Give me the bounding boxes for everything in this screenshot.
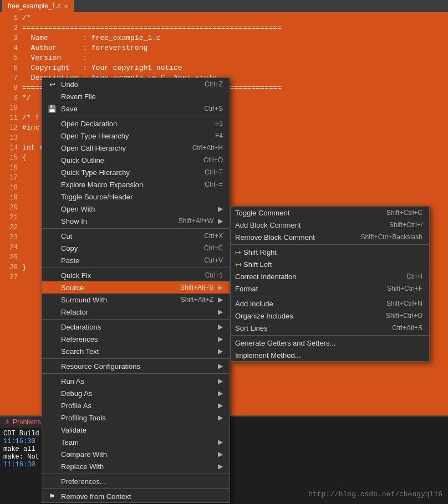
line-content: } (22, 263, 27, 272)
menu-item-team[interactable]: Team ▶ (42, 436, 230, 448)
menu-shortcut: Shift+Alt+Z (181, 296, 213, 304)
menu-item-text: Run As (61, 377, 84, 385)
line-number: 12 (2, 123, 18, 133)
submenu-arrow-icon: ▶ (218, 402, 223, 409)
menu-item-save[interactable]: 💾 Save Ctrl+S (42, 102, 230, 115)
menu-label: Source (47, 284, 84, 292)
menu-item-compare-with[interactable]: Compare With ▶ (42, 448, 230, 460)
line-number: 6 (2, 63, 18, 73)
submenu-label: Add Block Comment (235, 221, 301, 229)
menu-item-remove-context[interactable]: ⚑ Remove from Context (42, 490, 230, 502)
menu-item-debug-as[interactable]: Debug As ▶ (42, 387, 230, 399)
shift-right-icon: ↦ (235, 248, 241, 256)
menu-item-replace-with[interactable]: Replace With ▶ (42, 460, 230, 472)
submenu-item-sort-lines[interactable]: Sort Lines Ctrl+Alt+S (231, 322, 429, 334)
line-content: int m (22, 143, 44, 153)
menu-separator (42, 373, 230, 374)
line-number: 23 (2, 233, 18, 243)
submenu-shortcut: Ctrl+I (406, 272, 422, 280)
submenu-shortcut: Shift+Ctrl+F (387, 285, 422, 292)
menu-item-profiling-tools[interactable]: Profiling Tools ▶ (42, 412, 230, 424)
submenu-item-add-block-comment[interactable]: Add Block Comment Shift+Ctrl+/ (231, 219, 429, 231)
menu-item-text: Toggle Source/Header (61, 193, 133, 201)
menu-item-search-text[interactable]: Search Text ▶ (42, 345, 230, 357)
menu-item-surround-with[interactable]: Surround With Shift+Alt+Z ▶ (42, 294, 230, 306)
line-number: 20 (2, 203, 18, 213)
menu-icon: ⚑ (47, 492, 58, 501)
menu-shortcut: Ctrl+Z (205, 80, 223, 88)
file-tab[interactable]: free_example_1.c ✕ (2, 0, 74, 12)
menu-item-refactor[interactable]: Refactor ▶ (42, 306, 230, 318)
menu-item-text: Debug As (61, 389, 92, 398)
menu-item-run-as[interactable]: Run As ▶ (42, 375, 230, 387)
menu-item-paste[interactable]: Paste Ctrl+V (42, 254, 230, 266)
menu-item-revert[interactable]: Revert File (42, 90, 230, 102)
problems-tab-label: Problems (13, 418, 41, 426)
menu-item-declarations[interactable]: Declarations ▶ (42, 321, 230, 333)
menu-item-validate[interactable]: Validate (42, 424, 230, 436)
submenu-item-shift-right[interactable]: ↦ Shift Right (231, 246, 429, 258)
menu-item-open-with[interactable]: Open With ▶ (42, 203, 230, 215)
menu-item-source[interactable]: Source Shift+Alt+S ▶ (42, 281, 230, 294)
menu-item-text: Undo (61, 80, 78, 89)
line-content: Version : (22, 53, 87, 63)
submenu-item-remove-block-comment[interactable]: Remove Block Comment Shift+Ctrl+Backslas… (231, 231, 429, 243)
menu-item-text: Refactor (61, 308, 88, 316)
tab-close-icon[interactable]: ✕ (64, 3, 68, 9)
menu-label: Compare With (47, 450, 107, 459)
menu-item-preferences[interactable]: Preferences... (42, 475, 230, 487)
menu-label: ⚑ Remove from Context (47, 492, 131, 501)
submenu-item-implement-method[interactable]: Implement Method... (231, 349, 429, 361)
menu-item-text: Source (61, 284, 84, 292)
menu-item-references[interactable]: References ▶ (42, 333, 230, 345)
menu-label: Paste (47, 256, 79, 265)
editor-line: 1/* (0, 13, 448, 23)
submenu-label: ↦ Shift Right (235, 248, 277, 256)
menu-item-text: Open With (61, 205, 95, 213)
problems-tab[interactable]: ⚠ Problems (0, 416, 46, 428)
submenu-separator (231, 296, 429, 296)
menu-shortcut: Ctrl+V (204, 256, 223, 264)
menu-label: Profile As (47, 402, 91, 410)
line-content: Author : foreverstrong (22, 43, 147, 53)
submenu-item-correct-indentation[interactable]: Correct Indentation Ctrl+I (231, 270, 429, 282)
menu-item-profile-as[interactable]: Profile As ▶ (42, 399, 230, 412)
submenu-arrow-icon: ▶ (218, 296, 223, 304)
menu-item-resource-configs[interactable]: Resource Configurations ▶ (42, 360, 230, 372)
menu-item-text: Preferences... (61, 477, 106, 486)
menu-item-undo[interactable]: ↩ Undo Ctrl+Z (42, 78, 230, 90)
submenu-label: Toggle Comment (235, 209, 289, 217)
submenu-item-format[interactable]: Format Shift+Ctrl+F (231, 282, 429, 295)
submenu-item-generate-getters[interactable]: Generate Getters and Setters... (231, 337, 429, 349)
submenu-shortcut: Shift+Ctrl+Backslash (361, 233, 422, 241)
menu-item-quick-fix[interactable]: Quick Fix Ctrl+1 (42, 269, 230, 281)
menu-item-cut[interactable]: Cut Ctrl+X (42, 230, 230, 242)
submenu-shortcut: Shift+Ctrl+/ (389, 221, 422, 229)
menu-label: Run As (47, 377, 84, 385)
submenu-item-text: Add Block Comment (235, 221, 301, 229)
submenu-label: Generate Getters and Setters... (235, 339, 335, 347)
menu-item-show-in[interactable]: Show In Shift+Alt+W ▶ (42, 215, 230, 227)
submenu-item-text: Remove Block Comment (235, 233, 315, 241)
menu-item-toggle-source[interactable]: Toggle Source/Header (42, 191, 230, 203)
menu-item-quick-outline[interactable]: Quick Outline Ctrl+O (42, 154, 230, 166)
submenu-item-organize-includes[interactable]: Organize Includes Shift+Ctrl+O (231, 310, 429, 322)
menu-item-text: Explore Macro Expansion (61, 181, 143, 189)
submenu-item-text: Implement Method... (235, 351, 301, 359)
line-number: 7 (2, 73, 18, 83)
menu-separator (42, 268, 230, 268)
menu-item-open-decl[interactable]: Open Declaration F3 (42, 117, 230, 130)
submenu-item-add-include[interactable]: Add Include Shift+Ctrl+N (231, 297, 429, 310)
menu-label: Open With (47, 205, 95, 213)
submenu-item-text: Sort Lines (235, 324, 268, 332)
menu-item-open-call[interactable]: Open Call Hierarchy Ctrl+Alt+H (42, 142, 230, 154)
menu-item-copy[interactable]: Copy Ctrl+C (42, 242, 230, 254)
menu-item-open-type[interactable]: Open Type Hierarchy F4 (42, 130, 230, 142)
submenu-label: Correct Indentation (235, 272, 297, 281)
submenu-arrow-icon: ▶ (218, 323, 223, 331)
menu-item-explore-macro[interactable]: Explore Macro Expansion Ctrl+= (42, 178, 230, 191)
menu-item-quick-type[interactable]: Quick Type Hierarchy Ctrl+T (42, 166, 230, 178)
submenu-item-toggle-comment[interactable]: Toggle Comment Shift+Ctrl+C (231, 207, 429, 219)
submenu-item-shift-left[interactable]: ↤ Shift Left (231, 258, 429, 270)
submenu-label: Remove Block Comment (235, 233, 315, 241)
